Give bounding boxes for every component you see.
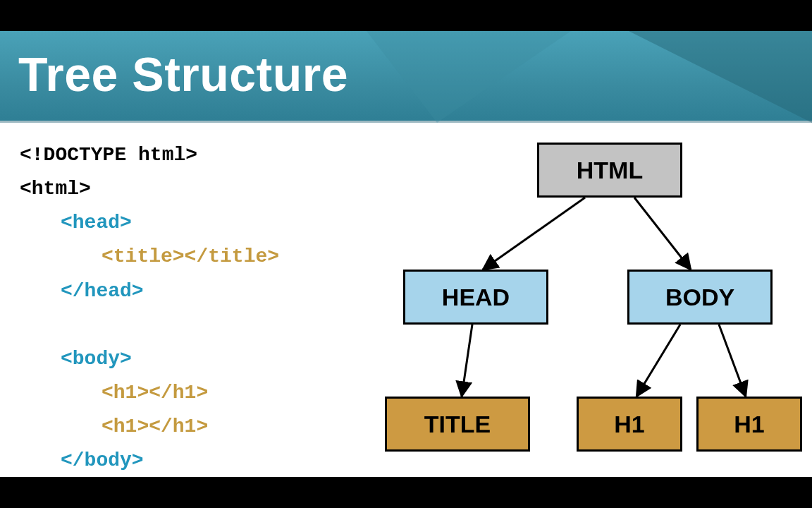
code-line: <html> <box>20 178 91 200</box>
svg-line-0 <box>483 198 585 270</box>
code-blank-line <box>20 308 279 342</box>
code-line: <!DOCTYPE html> <box>20 144 197 166</box>
svg-line-2 <box>462 325 472 397</box>
tree-node-html: HTML <box>537 143 682 198</box>
tree-node-h1: H1 <box>696 397 802 452</box>
code-line: <h1></h1> <box>20 376 279 410</box>
header-decoration <box>367 31 571 123</box>
tree-node-head: HEAD <box>403 270 548 325</box>
tree-node-h1: H1 <box>577 397 682 452</box>
slide-content: <!DOCTYPE html> <html> <head> <title></t… <box>0 123 812 477</box>
slide: Tree Structure <!DOCTYPE html> <html> <h… <box>0 31 812 477</box>
header-decoration <box>629 31 812 123</box>
code-line: </html> <box>20 484 103 506</box>
code-block: <!DOCTYPE html> <html> <head> <title></t… <box>20 138 279 508</box>
tree-diagram: HTML HEAD BODY TITLE H1 H1 <box>359 135 808 474</box>
slide-header: Tree Structure <box>0 31 812 123</box>
slide-title: Tree Structure <box>18 47 348 102</box>
code-line: </body> <box>20 444 279 478</box>
code-line: <h1></h1> <box>20 410 279 444</box>
svg-line-3 <box>636 325 680 397</box>
tree-node-title: TITLE <box>385 397 530 452</box>
svg-line-4 <box>719 325 746 397</box>
code-line: <body> <box>20 342 279 376</box>
code-line: <title></title> <box>20 240 279 274</box>
tree-node-body: BODY <box>627 270 773 325</box>
code-line: <head> <box>20 206 279 240</box>
svg-line-1 <box>634 198 691 270</box>
code-line: </head> <box>20 274 279 308</box>
